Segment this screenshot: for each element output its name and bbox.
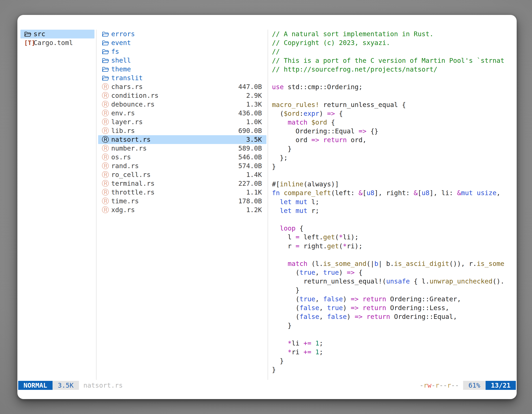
file-row[interactable]: Ⓡ [T] debounce.rs 1.3K bbox=[98, 100, 266, 109]
entry-size: 546.0B bbox=[238, 153, 262, 162]
parent-dir-row[interactable]: Ⓡ [T] src bbox=[20, 30, 95, 39]
status-filename: natsort.rs bbox=[83, 381, 123, 390]
entry-size: 227.0B bbox=[238, 179, 262, 188]
rust-file-icon: Ⓡ bbox=[102, 100, 109, 109]
file-row[interactable]: Ⓡ [T] rand.rs 574.0B bbox=[98, 162, 266, 170]
status-bar: NORMAL 3.5K natsort.rs -rw-r--r-- 61% 13… bbox=[18, 381, 516, 390]
parent-dir-row[interactable]: Ⓡ [T] Cargo.toml bbox=[20, 39, 95, 47]
rust-file-icon: Ⓡ bbox=[102, 135, 109, 144]
scroll-percent-badge: 61% bbox=[463, 381, 485, 390]
file-row[interactable]: Ⓡ [T] env.rs 436.0B bbox=[98, 109, 266, 118]
entry-size: 1.2K bbox=[246, 206, 262, 214]
file-row[interactable]: Ⓡ [T] translit bbox=[98, 74, 266, 82]
file-row[interactable]: Ⓡ [T] terminal.rs 227.0B bbox=[98, 179, 266, 188]
rust-file-icon: Ⓡ bbox=[102, 179, 109, 188]
file-row[interactable]: Ⓡ [T] xdg.rs 1.2K bbox=[98, 206, 266, 214]
folder-icon bbox=[24, 15, 71, 55]
entry-name: chars.rs bbox=[111, 82, 143, 91]
parent-pane: Ⓡ [T] src Ⓡ [T] Cargo.toml bbox=[20, 30, 95, 47]
rust-file-icon: Ⓡ bbox=[102, 91, 109, 100]
rust-file-icon: Ⓡ bbox=[102, 170, 109, 179]
rust-file-icon: Ⓡ bbox=[102, 206, 109, 214]
rust-file-icon: Ⓡ bbox=[102, 197, 109, 206]
entry-size: 1.1K bbox=[246, 188, 262, 197]
entry-size: 574.0B bbox=[238, 162, 262, 170]
entry-size: 436.0B bbox=[238, 109, 262, 118]
file-row[interactable]: Ⓡ [T] layer.rs 1.0K bbox=[98, 118, 266, 126]
rust-file-icon: Ⓡ bbox=[102, 109, 109, 118]
file-row[interactable]: Ⓡ [T] number.rs 589.0B bbox=[98, 144, 266, 153]
entry-name: translit bbox=[111, 74, 143, 82]
entry-name: ro_cell.rs bbox=[111, 170, 151, 179]
yazi-file-manager-window: Ⓡ [T] src Ⓡ [T] Cargo.toml bbox=[17, 15, 517, 399]
entry-name: natsort.rs bbox=[111, 135, 151, 144]
entry-size: 589.0B bbox=[238, 144, 262, 153]
rust-file-icon: Ⓡ bbox=[102, 126, 109, 135]
rust-file-icon: Ⓡ bbox=[102, 144, 109, 153]
cursor-position-badge: 13/21 bbox=[485, 381, 516, 390]
pane-divider bbox=[96, 30, 96, 380]
entry-name: lib.rs bbox=[111, 126, 135, 135]
pane-divider bbox=[268, 30, 268, 380]
entry-name: number.rs bbox=[111, 144, 147, 153]
code-preview-pane[interactable]: // A natural sort implementation in Rust… bbox=[272, 30, 515, 380]
entry-name: condition.rs bbox=[111, 91, 158, 100]
entry-size: 1.0K bbox=[246, 118, 262, 126]
entry-size: 690.0B bbox=[238, 126, 262, 135]
entry-size: 447.0B bbox=[238, 82, 262, 91]
file-row[interactable]: Ⓡ [T] time.rs 178.0B bbox=[98, 197, 266, 206]
file-size-badge: 3.5K bbox=[53, 381, 79, 390]
file-row[interactable]: Ⓡ [T] throttle.rs 1.1K bbox=[98, 188, 266, 197]
entry-name: Cargo.toml bbox=[34, 39, 73, 47]
entry-size: 1.4K bbox=[246, 170, 262, 179]
rust-file-icon: Ⓡ bbox=[102, 153, 109, 162]
entry-name: os.rs bbox=[111, 153, 131, 162]
rust-file-icon: Ⓡ bbox=[102, 188, 109, 197]
file-row[interactable]: Ⓡ [T] ro_cell.rs 1.4K bbox=[98, 170, 266, 179]
entry-name: debounce.rs bbox=[111, 100, 155, 109]
mode-badge: NORMAL bbox=[18, 381, 53, 390]
entry-name: throttle.rs bbox=[111, 188, 155, 197]
rust-file-icon: Ⓡ bbox=[102, 162, 109, 170]
rust-file-icon: Ⓡ bbox=[102, 82, 109, 91]
entry-name: rand.rs bbox=[111, 162, 139, 170]
entry-name: terminal.rs bbox=[111, 179, 155, 188]
file-row[interactable]: Ⓡ [T] os.rs 546.0B bbox=[98, 153, 266, 162]
entry-name: xdg.rs bbox=[111, 206, 135, 214]
file-row[interactable]: Ⓡ [T] lib.rs 690.0B bbox=[98, 126, 266, 135]
current-pane: Ⓡ [T] errors Ⓡ [T] ev bbox=[98, 30, 266, 214]
entry-name: env.rs bbox=[111, 109, 135, 118]
entry-name: layer.rs bbox=[111, 118, 143, 126]
rust-file-icon: Ⓡ bbox=[102, 118, 109, 126]
file-row[interactable]: Ⓡ [T] chars.rs 447.0B bbox=[98, 82, 266, 91]
file-row[interactable]: Ⓡ [T] natsort.rs 3.5K bbox=[98, 135, 266, 144]
file-row[interactable]: Ⓡ [T] condition.rs 2.9K bbox=[98, 91, 266, 100]
entry-size: 3.5K bbox=[246, 135, 262, 144]
entry-size: 2.9K bbox=[246, 91, 262, 100]
entry-name: src bbox=[34, 30, 45, 39]
entry-size: 178.0B bbox=[238, 197, 262, 206]
entry-size: 1.3K bbox=[246, 100, 262, 109]
entry-name: time.rs bbox=[111, 197, 139, 206]
file-permissions: -rw-r--r-- bbox=[419, 381, 459, 390]
